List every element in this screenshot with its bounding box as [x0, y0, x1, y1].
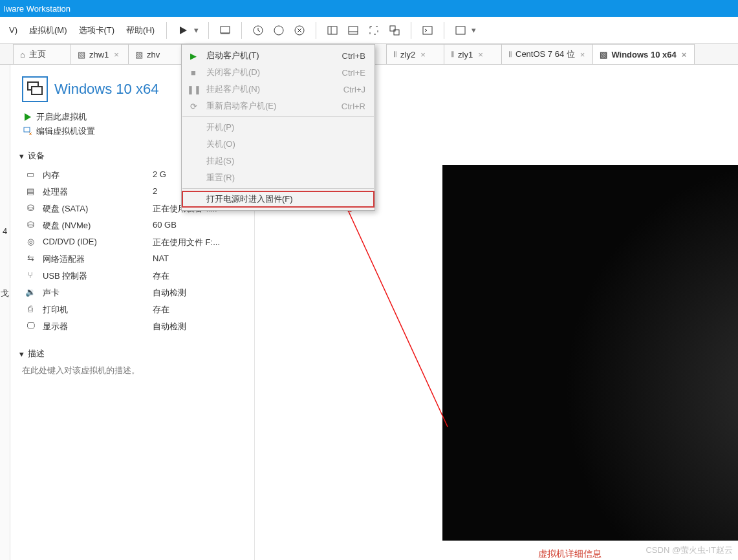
chevron-down-icon: ▾ [19, 349, 24, 359]
svg-rect-15 [24, 127, 30, 132]
toolbar-unity[interactable] [385, 21, 404, 40]
device-name: USB 控制器 [43, 270, 146, 282]
home-icon: ⌂ [20, 50, 25, 59]
menu-item: 关机(O) [182, 136, 374, 153]
play-icon: ▶ [187, 51, 200, 61]
bars-icon: ⦀ [393, 49, 396, 59]
svg-rect-8 [370, 27, 378, 34]
menu-tabs[interactable]: 选项卡(T) [74, 22, 120, 39]
toolbar-power-dropdown[interactable]: ▾ [194, 25, 202, 35]
description-header[interactable]: ▾ 描述 [19, 348, 241, 360]
bars-icon: ⦀ [508, 49, 512, 59]
menu-help[interactable]: 帮助(H) [121, 22, 160, 39]
menu-shortcut: Ctrl+J [343, 85, 365, 94]
menu-label: 挂起(S) [206, 155, 359, 167]
svg-rect-6 [349, 27, 358, 34]
close-icon[interactable]: × [477, 50, 484, 59]
menu-item[interactable]: ▶启动客户机(T)Ctrl+B [182, 47, 374, 64]
disk-icon: ⛁ [25, 220, 36, 232]
tab-label: zly2 [400, 50, 415, 59]
toolbar-stretch-dropdown[interactable]: ▾ [472, 25, 479, 35]
toolbar-fullscreen[interactable] [364, 21, 384, 40]
separator [316, 22, 316, 39]
vm-screen[interactable] [442, 165, 738, 541]
close-icon[interactable]: × [579, 50, 587, 59]
tab-vm[interactable]: ⦀ zly2 × [386, 44, 444, 64]
separator [208, 22, 209, 39]
close-icon[interactable]: × [113, 50, 120, 59]
separator [444, 22, 444, 39]
play-icon [23, 113, 32, 122]
separator [166, 22, 167, 39]
revert-icon [294, 25, 305, 36]
tab-vm-active[interactable]: ▧ Windows 10 x64 × [592, 44, 695, 64]
menu-item: 挂起(S) [182, 153, 374, 169]
device-name: 打印机 [43, 304, 146, 316]
tab-home[interactable]: ⌂ 主页 [13, 44, 71, 64]
toolbar-revert[interactable] [290, 21, 309, 40]
device-value: 自动检测 [153, 321, 186, 332]
svg-point-2 [274, 26, 283, 35]
device-value: 2 G [153, 169, 166, 181]
menu-label: 关闭客户机(D) [206, 67, 336, 78]
separator [241, 22, 242, 39]
menu-view[interactable]: V) [4, 23, 23, 38]
close-icon[interactable]: × [680, 50, 688, 59]
tab-vm[interactable]: ⦀ CentOS 7 64 位 × [501, 44, 593, 64]
svg-rect-10 [394, 30, 399, 35]
device-name: 内存 [43, 169, 146, 181]
svg-rect-11 [423, 27, 432, 34]
toolbar-layout1[interactable] [323, 21, 342, 40]
chevron-down-icon: ▾ [19, 151, 24, 161]
tab-vm[interactable]: ▧ zhw1 × [71, 44, 129, 64]
menu-item: ❚❚挂起客户机(N)Ctrl+J [182, 81, 374, 98]
toolbar-stretch[interactable] [451, 21, 470, 40]
svg-rect-4 [328, 27, 337, 34]
device-row[interactable]: ⇆网络适配器NAT [22, 251, 241, 268]
toolbar-send-button[interactable] [215, 21, 235, 40]
pause-icon: ❚❚ [187, 85, 200, 94]
device-row[interactable]: ⑂USB 控制器存在 [22, 268, 241, 285]
menu-item: ■关闭客户机(D)Ctrl+E [182, 64, 374, 81]
description-placeholder[interactable]: 在此处键入对该虚拟机的描述。 [22, 365, 241, 376]
menu-item[interactable]: 打开电源时进入固件(F) [182, 191, 374, 208]
left-gutter: 4 戈 [0, 65, 10, 560]
device-row[interactable]: ⎙打印机存在 [22, 301, 241, 318]
svg-rect-9 [390, 26, 395, 31]
toolbar-layout2[interactable] [343, 21, 363, 40]
vm-icon: ▧ [78, 50, 85, 59]
layout-side-icon [327, 25, 338, 36]
tab-vm[interactable]: ▧ zhv [128, 44, 186, 64]
menu-label: 开机(P) [206, 122, 359, 133]
section-title: 描述 [28, 348, 45, 360]
menu-bar: V) 虚拟机(M) 选项卡(T) 帮助(H) ▾ ▾ [0, 17, 738, 44]
device-row[interactable]: 🔉声卡自动检测 [22, 285, 241, 301]
device-row[interactable]: ⛁硬盘 (NVMe)60 GB [22, 217, 241, 234]
tab-label: Windows 10 x64 [611, 50, 676, 59]
clock2-icon [273, 25, 285, 36]
printer-icon: ⎙ [25, 304, 36, 316]
toolbar-console[interactable] [418, 21, 437, 40]
toolbar-snapshot-manage[interactable] [269, 21, 288, 40]
separator [411, 22, 411, 39]
menu-separator [182, 188, 374, 189]
device-row[interactable]: 🖵显示器自动检测 [22, 318, 241, 335]
vm-title-text: Windows 10 x64 [54, 81, 158, 98]
device-row[interactable]: ◎CD/DVD (IDE)正在使用文件 F:... [22, 234, 241, 251]
link-label: 编辑虚拟机设置 [36, 125, 95, 137]
menu-label: 打开电源时进入固件(F) [206, 193, 359, 205]
edit-icon [23, 127, 32, 136]
device-name: CD/DVD (IDE) [43, 237, 146, 248]
close-icon[interactable]: × [419, 50, 427, 59]
tab-label: 主页 [29, 48, 46, 60]
link-label: 开启此虚拟机 [36, 111, 87, 123]
device-name: 硬盘 (NVMe) [43, 220, 146, 232]
gutter-char: 戈 [1, 288, 9, 299]
menu-label: 重新启动客户机(E) [206, 100, 335, 112]
menu-vm[interactable]: 虚拟机(M) [24, 22, 72, 39]
device-value: 正在使用文件 F:... [153, 237, 220, 248]
tab-vm[interactable]: ⦀ zly1 × [444, 44, 502, 64]
net-icon: ⇆ [25, 253, 36, 265]
toolbar-power-button[interactable] [173, 21, 193, 40]
toolbar-snapshot-button[interactable] [248, 21, 268, 40]
